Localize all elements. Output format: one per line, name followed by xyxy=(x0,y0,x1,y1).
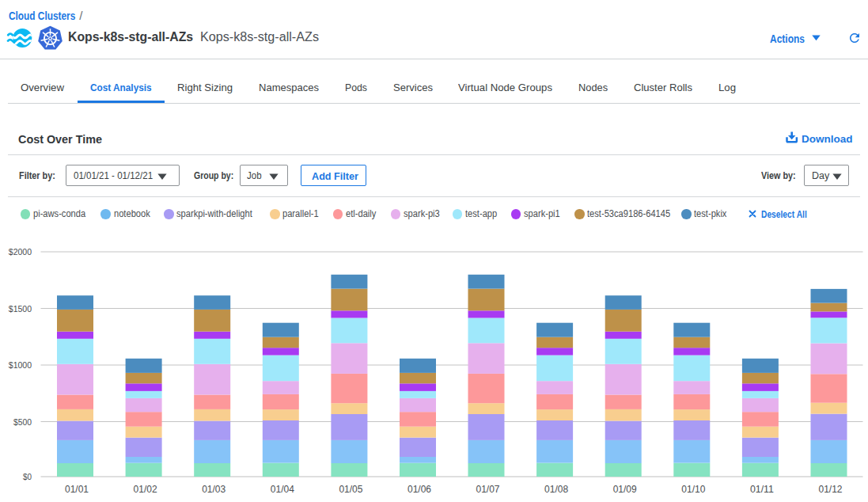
svg-text:$0: $0 xyxy=(23,472,32,481)
svg-text:01/10: 01/10 xyxy=(681,484,705,495)
svg-text:01/04: 01/04 xyxy=(271,484,294,495)
svg-text:$2000: $2000 xyxy=(9,247,32,257)
svg-text:$500: $500 xyxy=(13,417,32,427)
svg-text:01/09: 01/09 xyxy=(613,484,637,495)
svg-text:01/08: 01/08 xyxy=(544,484,568,495)
svg-text:$1500: $1500 xyxy=(9,304,32,314)
svg-text:01/01: 01/01 xyxy=(65,484,89,495)
svg-text:01/03: 01/03 xyxy=(202,484,226,495)
svg-text:01/12: 01/12 xyxy=(819,484,843,495)
svg-text:01/05: 01/05 xyxy=(339,484,362,495)
svg-text:01/02: 01/02 xyxy=(134,484,157,495)
svg-text:01/11: 01/11 xyxy=(750,484,774,495)
svg-text:01/07: 01/07 xyxy=(476,484,500,495)
svg-text:01/06: 01/06 xyxy=(407,484,431,495)
svg-text:$1000: $1000 xyxy=(9,360,32,370)
